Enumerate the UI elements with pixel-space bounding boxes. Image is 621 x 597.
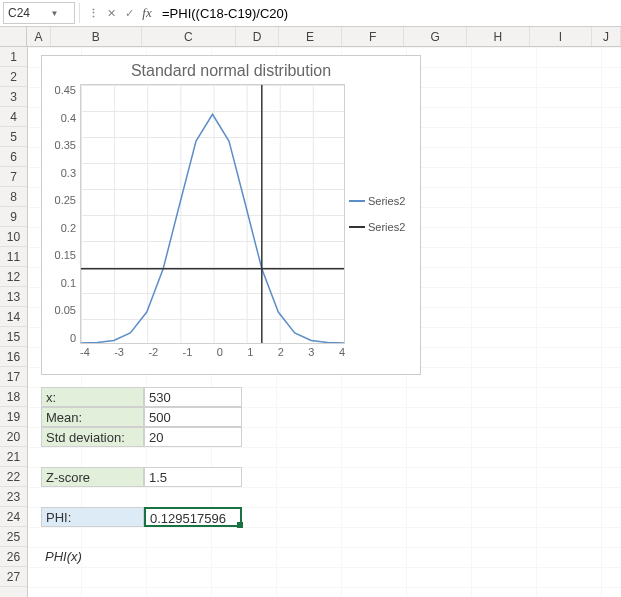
row-header[interactable]: 17 [0,367,27,387]
cell-label[interactable]: Std deviation: [41,427,144,447]
fill-handle[interactable] [237,522,243,528]
column-headers: A B C D E F G H I J [0,27,621,47]
chart-object[interactable]: Standard normal distribution 0.450.40.35… [41,55,421,375]
cell-value[interactable]: 530 [144,387,242,407]
x-axis-ticks: -4-3-2-101234 [80,346,345,358]
row-header[interactable]: 12 [0,267,27,287]
row-header[interactable]: 10 [0,227,27,247]
row-header[interactable]: 22 [0,467,27,487]
column-header[interactable]: G [404,27,467,46]
row-header[interactable]: 26 [0,547,27,567]
divider [79,3,80,23]
chart-svg [81,85,344,343]
cell-label[interactable]: PHI: [41,507,144,527]
row-header[interactable]: 27 [0,567,27,587]
name-box-dropdown-icon[interactable]: ▼ [39,9,70,18]
row-header[interactable]: 15 [0,327,27,347]
row-header[interactable]: 14 [0,307,27,327]
plot-area [80,84,345,344]
row-header[interactable]: 4 [0,107,27,127]
input-row-x: x: 530 [41,387,242,407]
legend-swatch-icon [349,226,365,228]
column-header[interactable]: J [592,27,621,46]
cell-value[interactable]: 20 [144,427,242,447]
row-header[interactable]: 13 [0,287,27,307]
row-header[interactable]: 21 [0,447,27,467]
column-header[interactable]: H [467,27,530,46]
column-header[interactable]: B [51,27,141,46]
cell-value[interactable]: 1.5 [144,467,242,487]
cell-label[interactable]: Mean: [41,407,144,427]
column-header[interactable]: E [279,27,342,46]
row-headers: 1 2 3 4 5 6 7 8 9 10 11 12 13 14 15 16 1… [0,47,28,597]
row-header[interactable]: 16 [0,347,27,367]
row-header[interactable]: 11 [0,247,27,267]
fx-icon[interactable]: fx [138,3,156,23]
row-header[interactable]: 23 [0,487,27,507]
row-header[interactable]: 7 [0,167,27,187]
more-icon[interactable]: ⋮ [84,3,102,23]
formula-input[interactable] [156,2,621,24]
legend-item: Series2 [349,195,407,207]
row-header[interactable]: 5 [0,127,27,147]
chart-legend: Series2 Series2 [345,84,407,344]
row-header[interactable]: 19 [0,407,27,427]
confirm-icon[interactable]: ✓ [120,3,138,23]
column-header[interactable]: F [342,27,405,46]
column-header[interactable]: I [530,27,593,46]
row-header[interactable]: 8 [0,187,27,207]
input-row-stddev: Std deviation: 20 [41,427,242,447]
cancel-icon[interactable]: ✕ [102,3,120,23]
cells-area[interactable]: Standard normal distribution 0.450.40.35… [28,47,621,597]
row-header[interactable]: 1 [0,47,27,67]
y-axis-ticks: 0.450.40.350.30.250.20.150.10.050 [50,84,80,344]
row-phi: PHI: 0.129517596 [41,507,242,527]
cell-label[interactable]: Z-score [41,467,144,487]
row-header[interactable]: 24 [0,507,27,527]
select-all-corner[interactable] [0,27,27,46]
row-header[interactable]: 9 [0,207,27,227]
row-header[interactable]: 25 [0,527,27,547]
row-header[interactable]: 2 [0,67,27,87]
legend-swatch-icon [349,200,365,202]
chart-title: Standard normal distribution [50,62,412,80]
spreadsheet-grid: A B C D E F G H I J 1 2 3 4 5 6 7 8 9 10… [0,27,621,597]
row-header[interactable]: 18 [0,387,27,407]
row-header[interactable]: 6 [0,147,27,167]
column-header[interactable]: D [236,27,279,46]
row-zscore: Z-score 1.5 [41,467,242,487]
name-box[interactable]: C24 ▼ [3,2,75,24]
formula-bar: C24 ▼ ⋮ ✕ ✓ fx [0,0,621,27]
input-row-mean: Mean: 500 [41,407,242,427]
row-header[interactable]: 3 [0,87,27,107]
cell-note[interactable]: PHI(x) [45,549,82,564]
column-header[interactable]: C [142,27,236,46]
column-header[interactable]: A [27,27,51,46]
cell-label[interactable]: x: [41,387,144,407]
series-line [81,114,344,343]
cell-reference: C24 [8,6,39,20]
cell-value[interactable]: 500 [144,407,242,427]
row-header[interactable]: 20 [0,427,27,447]
active-cell[interactable]: 0.129517596 [144,507,242,527]
legend-item: Series2 [349,221,407,233]
